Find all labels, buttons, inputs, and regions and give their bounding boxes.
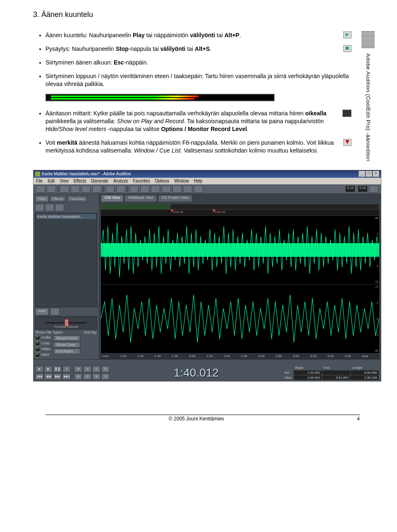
auto-button[interactable]: Auto xyxy=(35,308,49,315)
toolbar-button[interactable] xyxy=(129,185,139,193)
titlebar[interactable]: Karita Mattilan haastattelu.wav* - Adobe… xyxy=(33,170,381,178)
document-page: 3. Äänen kuuntelu Äänen kuuntelu: Nauhur… xyxy=(0,0,397,434)
close-button[interactable]: × xyxy=(373,171,379,177)
zoom-button[interactable]: ⊖ xyxy=(83,373,91,380)
row-label: View xyxy=(283,375,294,380)
tick: 2:10 xyxy=(206,354,224,358)
toolbar-button[interactable] xyxy=(116,185,125,193)
sel-begin[interactable]: 1:33.941 xyxy=(294,370,322,375)
wave-channel-right[interactable]: -15 -9 -6 -3 dB xyxy=(101,284,379,353)
menu-file[interactable]: File xyxy=(36,179,43,183)
list-item: Voit merkitä äänestä haluamasi kohtia nä… xyxy=(45,139,352,155)
close-icon[interactable] xyxy=(45,204,54,211)
checkbox-audio[interactable]: Audio xyxy=(35,335,51,340)
text: . xyxy=(239,32,241,38)
toolbar-button[interactable] xyxy=(71,185,80,193)
toolbar-button[interactable] xyxy=(60,185,69,193)
tick: hms xyxy=(103,354,120,358)
zoom-in-button[interactable]: ⊕ xyxy=(74,366,82,372)
toolbar-button[interactable] xyxy=(183,185,192,193)
menu-effects[interactable]: Effects xyxy=(74,179,86,183)
preview-button[interactable] xyxy=(50,308,60,315)
zoom-button[interactable]: ⊕ xyxy=(92,373,100,380)
sel-length[interactable]: 0:00.000 xyxy=(351,370,379,375)
menu-window[interactable]: Window xyxy=(174,179,189,183)
cue-label: Cue 01 xyxy=(173,210,184,214)
menu-generate[interactable]: Generate xyxy=(91,179,108,183)
text: . xyxy=(210,45,211,52)
timeline-scrollbar[interactable] xyxy=(101,204,379,210)
tick: 2:00 xyxy=(189,354,206,358)
play-icon[interactable] xyxy=(55,204,64,211)
menu-view[interactable]: View xyxy=(60,179,69,183)
toolbar-button[interactable] xyxy=(81,185,91,193)
zoom-button[interactable]: ⊙ xyxy=(101,373,110,380)
minimize-button[interactable]: _ xyxy=(359,171,365,177)
toolbar-button[interactable] xyxy=(369,185,378,193)
sel-end[interactable] xyxy=(322,370,351,375)
open-icon[interactable] xyxy=(35,204,44,211)
db-scale: dB -3 -6 -9 -15 xyxy=(372,216,378,284)
file-list[interactable]: Karita Mattilan haastattelu... xyxy=(35,213,97,307)
toolbar-button[interactable] xyxy=(194,185,203,193)
checkbox-video[interactable]: Video xyxy=(35,347,51,352)
toolbar-button[interactable] xyxy=(105,185,115,193)
pause-button[interactable]: ❚❚ xyxy=(53,366,62,372)
col-header: End xyxy=(322,365,351,370)
auto-row: Auto xyxy=(35,308,97,315)
toolbar-button[interactable] xyxy=(172,185,182,193)
tick: 2:30 xyxy=(241,354,258,358)
text: Hide/Show level meters xyxy=(45,126,106,132)
text: välilyönti xyxy=(160,45,186,52)
view-begin[interactable]: 1:04.941 xyxy=(294,375,322,380)
view-length[interactable]: 2:36.156 xyxy=(351,375,379,380)
menu-options[interactable]: Options xyxy=(155,179,169,183)
go-start-button[interactable]: |◀◀ xyxy=(35,373,43,380)
tab-cd-project-view[interactable]: CD Project View xyxy=(158,195,192,202)
waveform-display[interactable]: dB -3 -6 -9 -15 xyxy=(101,216,379,353)
tab-effects[interactable]: Effects xyxy=(49,196,66,202)
show-cues-button[interactable]: Show Cues xyxy=(53,342,80,348)
tab-favorites[interactable]: Favorites xyxy=(67,196,88,202)
text: tai xyxy=(215,32,225,38)
cue-track[interactable]: Cue 01 Cue 02 xyxy=(101,210,379,216)
rewind-button[interactable]: ◀◀ xyxy=(44,373,53,380)
zoom-out-button[interactable]: ⊖ xyxy=(83,366,91,372)
zoom-sel-button[interactable]: ⊡ xyxy=(101,366,110,372)
toolbar-button[interactable] xyxy=(151,185,160,193)
tab-files[interactable]: Files xyxy=(35,196,49,202)
maximize-button[interactable]: □ xyxy=(366,171,372,177)
toolbar-button[interactable] xyxy=(162,185,171,193)
time-ruler[interactable]: hms 1:20 1:30 1:40 1:50 2:00 2:10 2:20 2… xyxy=(101,353,379,359)
forward-button[interactable]: ▶▶ xyxy=(53,373,62,380)
zoom-button[interactable]: ⊕ xyxy=(74,373,82,380)
menu-edit[interactable]: Edit xyxy=(48,179,55,183)
go-end-button[interactable]: ▶▶| xyxy=(62,373,71,380)
loop-button[interactable]: ∞ xyxy=(62,366,71,372)
tab-edit-view[interactable]: Edit View xyxy=(101,195,124,202)
wave-channel-left[interactable]: dB -3 -6 -9 -15 xyxy=(101,216,379,285)
toolbar-button[interactable] xyxy=(140,185,149,193)
menu-analyze[interactable]: Analyze xyxy=(113,179,128,183)
toolbar-button[interactable] xyxy=(36,185,45,193)
file-item[interactable]: Karita Mattilan haastattelu... xyxy=(36,214,96,219)
tab-multitrack-view[interactable]: Multitrack View xyxy=(124,195,157,202)
stop-button[interactable]: ■ xyxy=(35,366,43,372)
menu-favorites[interactable]: Favorites xyxy=(133,179,150,183)
menu-help[interactable]: Help xyxy=(194,179,203,183)
checkbox-midi[interactable]: MIDI xyxy=(35,353,51,358)
view-end[interactable]: 3:41.097 xyxy=(322,375,351,380)
checkbox-loop[interactable]: Loop xyxy=(35,341,51,346)
zoom-full-button[interactable]: ⊙ xyxy=(92,366,100,372)
sort-select[interactable]: Recent Acce xyxy=(53,335,80,341)
play-button[interactable]: ▶ xyxy=(44,366,53,372)
wave-panel: Edit View Multitrack View CD Project Vie… xyxy=(99,194,381,359)
tick: 1:50 xyxy=(172,354,189,358)
copyright: © 2005 Jouni Kenttämies xyxy=(45,416,347,422)
toolbar-button[interactable] xyxy=(92,185,101,193)
tick: 3:10 xyxy=(310,354,328,358)
timeline-visible-region[interactable] xyxy=(101,204,171,209)
toolbar-button[interactable] xyxy=(47,185,56,193)
full-paths-button[interactable]: Full Paths xyxy=(53,348,80,354)
preview-volume-slider[interactable]: Preview Volume xyxy=(35,316,97,329)
